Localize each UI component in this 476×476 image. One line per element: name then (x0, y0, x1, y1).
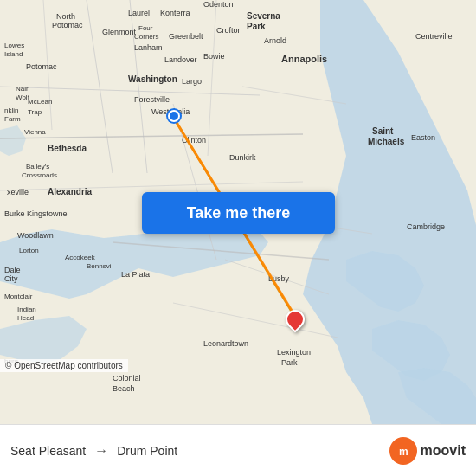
svg-text:Burke Kingstowne: Burke Kingstowne (4, 209, 68, 218)
svg-text:Lanham: Lanham (134, 43, 163, 52)
svg-text:m: m (399, 446, 408, 458)
svg-text:Laurel: Laurel (128, 9, 150, 17)
map-container: North Potomac Lowes Island Potomac Nair … (0, 0, 476, 424)
svg-text:Four: Four (138, 24, 153, 32)
svg-text:Arnold: Arnold (264, 36, 286, 45)
svg-text:Annapolis: Annapolis (281, 54, 327, 64)
svg-text:Crofton: Crofton (216, 26, 242, 35)
svg-text:Leonardtown: Leonardtown (203, 339, 248, 348)
destination-label: Drum Point (117, 444, 177, 458)
svg-text:Forestville: Forestville (134, 95, 170, 104)
svg-text:Largo: Largo (182, 77, 202, 86)
svg-text:Woodlawn: Woodlawn (17, 231, 54, 240)
arrow-icon: → (94, 443, 108, 459)
svg-text:Greenbelt: Greenbelt (169, 32, 203, 41)
svg-text:Bethesda: Bethesda (48, 144, 87, 153)
svg-text:Severna: Severna (247, 11, 280, 21)
svg-text:North: North (56, 12, 75, 21)
svg-text:Michaels: Michaels (368, 137, 405, 146)
svg-text:Centreville: Centreville (415, 32, 453, 41)
map-attribution: © OpenStreetMap contributors (0, 359, 128, 372)
svg-text:Corners: Corners (134, 33, 158, 41)
svg-text:Washington: Washington (128, 74, 177, 84)
svg-text:City: City (4, 274, 18, 283)
svg-text:Cambridge: Cambridge (407, 222, 445, 231)
svg-text:Beach: Beach (113, 384, 135, 393)
svg-text:Alexandria: Alexandria (48, 187, 93, 196)
svg-text:nklin: nklin (4, 106, 18, 114)
svg-text:Lexington: Lexington (277, 348, 311, 357)
svg-text:Bennsvi: Bennsvi (87, 262, 112, 270)
origin-marker (168, 110, 180, 122)
svg-text:Indian: Indian (17, 306, 36, 313)
svg-text:Colonial: Colonial (113, 374, 141, 383)
destination-marker (286, 310, 305, 329)
take-me-there-button[interactable]: Take me there (142, 192, 335, 234)
svg-text:Lorton: Lorton (19, 247, 39, 254)
svg-text:Easton: Easton (411, 133, 435, 142)
svg-text:Glenmont: Glenmont (102, 28, 137, 36)
svg-text:Head: Head (17, 314, 34, 322)
svg-text:McLean: McLean (28, 98, 52, 106)
moovit-text: moovit (421, 443, 466, 459)
svg-text:Dunkirk: Dunkirk (229, 153, 256, 162)
svg-text:Landover: Landover (164, 55, 197, 64)
svg-text:Accokeek: Accokeek (65, 254, 96, 261)
bottom-bar: Seat Pleasant → Drum Point m moovit (0, 424, 476, 476)
svg-text:Saint: Saint (372, 126, 394, 136)
svg-text:Crossroads: Crossroads (22, 171, 57, 179)
moovit-logo: m moovit (389, 437, 466, 465)
svg-text:Bailey's: Bailey's (26, 163, 49, 170)
svg-text:Trap: Trap (28, 108, 42, 116)
svg-text:Odenton: Odenton (203, 0, 234, 9)
origin-label: Seat Pleasant (10, 444, 86, 458)
svg-text:La Plata: La Plata (121, 270, 150, 279)
svg-text:Dale: Dale (4, 266, 21, 274)
svg-text:Vienna: Vienna (24, 128, 46, 136)
svg-text:Park: Park (247, 22, 266, 31)
route-info: Seat Pleasant → Drum Point (10, 443, 389, 459)
svg-text:Park: Park (281, 358, 298, 367)
svg-text:Nair: Nair (16, 85, 29, 93)
svg-text:Farm: Farm (4, 115, 21, 123)
moovit-icon: m (389, 437, 417, 465)
svg-text:Montclair: Montclair (4, 293, 33, 300)
svg-text:xeville: xeville (7, 188, 29, 196)
svg-text:Island: Island (4, 50, 23, 58)
svg-text:Potomac: Potomac (26, 62, 57, 71)
svg-text:Konterra: Konterra (160, 9, 190, 17)
svg-text:Lowes: Lowes (4, 42, 24, 49)
svg-text:Potomac: Potomac (52, 21, 83, 29)
svg-text:Bowie: Bowie (203, 52, 225, 61)
